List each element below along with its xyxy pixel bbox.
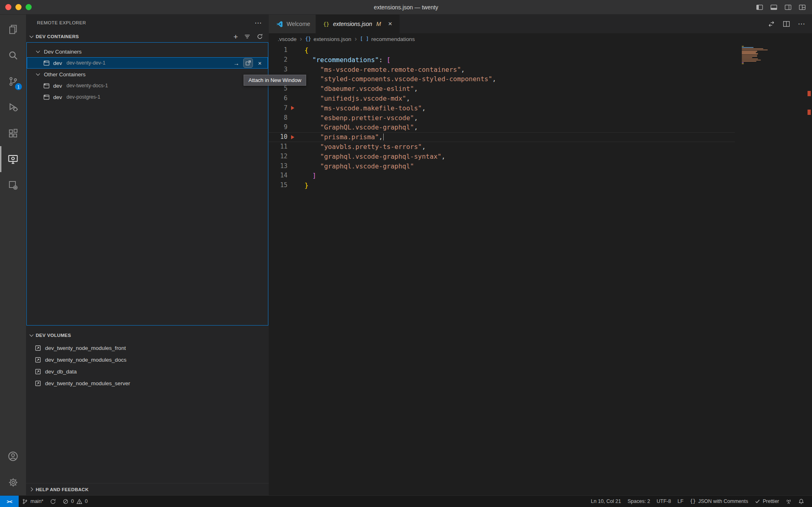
- extensions-icon[interactable]: [0, 120, 26, 146]
- toggle-primary-sidebar-icon[interactable]: [756, 4, 763, 11]
- code-line[interactable]: 12 "graphql.vscode-graphql-syntax",: [269, 152, 735, 162]
- array-symbol-icon: [ ]: [360, 36, 369, 42]
- toggle-panel-icon[interactable]: [770, 4, 777, 11]
- language-mode-item[interactable]: {} JSON with Comments: [687, 496, 751, 507]
- maximize-window-button[interactable]: [26, 4, 32, 10]
- line-number[interactable]: 7: [269, 104, 287, 113]
- tree-group-other-containers[interactable]: Other Containers: [27, 69, 268, 80]
- explorer-icon[interactable]: [0, 16, 26, 42]
- braces-icon: {}: [690, 498, 695, 504]
- stop-container-icon[interactable]: ×: [255, 58, 264, 67]
- dev-volumes-section-header[interactable]: DEV VOLUMES: [26, 330, 269, 341]
- close-tab-icon[interactable]: ×: [386, 20, 394, 28]
- code-line[interactable]: 1{: [269, 45, 735, 55]
- editor-group: Welcome {} extensions.json M × ⋯: [269, 15, 812, 495]
- remote-explorer-icon[interactable]: [0, 146, 26, 172]
- source-control-icon[interactable]: 1: [0, 68, 26, 94]
- breadcrumb-symbol[interactable]: [ ] recommendations: [360, 36, 415, 42]
- code-line[interactable]: 13 "graphql.vscode-graphql": [269, 162, 735, 171]
- container-item-dev-twenty-dev-1[interactable]: dev dev-twenty-dev-1 → ×: [27, 57, 268, 69]
- eol-item[interactable]: LF: [674, 496, 687, 507]
- remote-indicator[interactable]: ><: [0, 496, 19, 507]
- code-line[interactable]: 9 "GraphQL.vscode-graphql",: [269, 123, 735, 132]
- volume-item[interactable]: dev_db_data: [26, 366, 269, 378]
- tab-extensions-json[interactable]: {} extensions.json M ×: [316, 15, 400, 33]
- code-line[interactable]: 14 ]: [269, 171, 735, 181]
- breadcrumb-label: recommendations: [371, 36, 415, 42]
- line-number[interactable]: 3: [269, 65, 287, 75]
- minimize-window-button[interactable]: [15, 4, 22, 10]
- line-number[interactable]: 11: [269, 142, 287, 152]
- container-name: dev: [53, 83, 62, 89]
- chevron-right-icon: ›: [354, 36, 356, 42]
- code-line[interactable]: 7 "ms-vscode.makefile-tools",: [269, 104, 735, 113]
- sidebar-more-actions-icon[interactable]: ⋯: [255, 19, 261, 26]
- git-branch-item[interactable]: main*: [19, 496, 47, 507]
- notifications-item[interactable]: [795, 496, 808, 507]
- remote-status-item[interactable]: [782, 496, 795, 507]
- cursor-position-item[interactable]: Ln 10, Col 21: [587, 496, 624, 507]
- volume-item[interactable]: dev_twenty_node_modules_server: [26, 378, 269, 389]
- code-line[interactable]: 10 "prisma.prisma",: [269, 132, 735, 142]
- refresh-icon[interactable]: [257, 33, 263, 40]
- overview-ruler-mark: [808, 110, 811, 115]
- code-editor[interactable]: 1{2 "recommendations": [3 "ms-vscode-rem…: [269, 45, 812, 495]
- accounts-icon[interactable]: [0, 443, 26, 469]
- volume-icon: [35, 356, 41, 363]
- language-mode: JSON with Comments: [698, 498, 748, 504]
- dev-containers-section-header[interactable]: DEV CONTAINERS +: [26, 31, 269, 42]
- volume-item[interactable]: dev_twenty_node_modules_docs: [26, 354, 269, 366]
- code-line[interactable]: 11 "yoavbls.pretty-ts-errors",: [269, 142, 735, 152]
- customize-layout-icon[interactable]: [799, 4, 806, 11]
- more-actions-icon[interactable]: ⋯: [798, 20, 805, 28]
- close-window-button[interactable]: [5, 4, 11, 10]
- indentation-item[interactable]: Spaces: 2: [624, 496, 654, 507]
- line-number[interactable]: 6: [269, 94, 287, 104]
- settings-gear-icon[interactable]: [0, 469, 26, 495]
- volume-item[interactable]: dev_twenty_node_modules_front: [26, 342, 269, 354]
- help-and-feedback-section-header[interactable]: HELP AND FEEDBACK: [26, 483, 269, 495]
- minimap-line: [742, 61, 756, 62]
- breadcrumb-folder[interactable]: .vscode: [278, 36, 297, 42]
- code-line[interactable]: 2 "recommendations": [: [269, 55, 735, 65]
- line-number[interactable]: 15: [269, 181, 287, 190]
- line-number[interactable]: 9: [269, 123, 287, 132]
- code-line[interactable]: 3 "ms-vscode-remote.remote-containers",: [269, 65, 735, 75]
- line-number[interactable]: 10: [269, 132, 287, 142]
- code-line[interactable]: 8 "esbenp.prettier-vscode",: [269, 113, 735, 123]
- formatter-item[interactable]: Prettier: [752, 496, 782, 507]
- containers-view-icon[interactable]: [0, 172, 26, 198]
- code-line[interactable]: 15}: [269, 181, 735, 190]
- line-number[interactable]: 13: [269, 162, 287, 171]
- minimap[interactable]: [742, 45, 807, 65]
- line-number[interactable]: 12: [269, 152, 287, 162]
- filter-list-icon[interactable]: [244, 33, 251, 40]
- line-number[interactable]: 14: [269, 171, 287, 181]
- code-line[interactable]: 6 "unifiedjs.vscode-mdx",: [269, 94, 735, 104]
- container-item-dev-twenty-docs-1[interactable]: dev dev-twenty-docs-1: [27, 80, 268, 91]
- code-line[interactable]: 5 "dbaeumer.vscode-eslint",: [269, 84, 735, 94]
- line-number[interactable]: 1: [269, 45, 287, 55]
- errors-icon: [63, 498, 69, 505]
- run-and-debug-icon[interactable]: [0, 94, 26, 120]
- search-icon[interactable]: [0, 42, 26, 68]
- line-number[interactable]: 8: [269, 113, 287, 123]
- tab-welcome[interactable]: Welcome: [269, 15, 316, 33]
- encoding-item[interactable]: UTF-8: [653, 496, 674, 507]
- code-text: "unifiedjs.vscode-mdx",: [298, 94, 410, 104]
- toggle-secondary-sidebar-icon[interactable]: [784, 4, 792, 11]
- open-changes-icon[interactable]: [768, 20, 775, 28]
- breadcrumb-file[interactable]: {} extensions.json: [305, 36, 352, 42]
- split-editor-icon[interactable]: [783, 20, 790, 28]
- tree-group-dev-containers[interactable]: Dev Containers: [27, 46, 268, 57]
- attach-current-window-icon[interactable]: →: [232, 58, 241, 67]
- attach-new-window-icon[interactable]: [244, 58, 253, 67]
- problems-item[interactable]: 0 0: [59, 496, 91, 507]
- main-area: 1: [0, 15, 812, 495]
- overview-ruler[interactable]: [807, 45, 812, 495]
- line-number[interactable]: 2: [269, 55, 287, 65]
- code-line[interactable]: 4 "styled-components.vscode-styled-compo…: [269, 74, 735, 84]
- add-container-icon[interactable]: +: [233, 33, 238, 41]
- container-item-dev-postgres-1[interactable]: dev dev-postgres-1: [27, 91, 268, 103]
- sync-changes-item[interactable]: [47, 496, 59, 507]
